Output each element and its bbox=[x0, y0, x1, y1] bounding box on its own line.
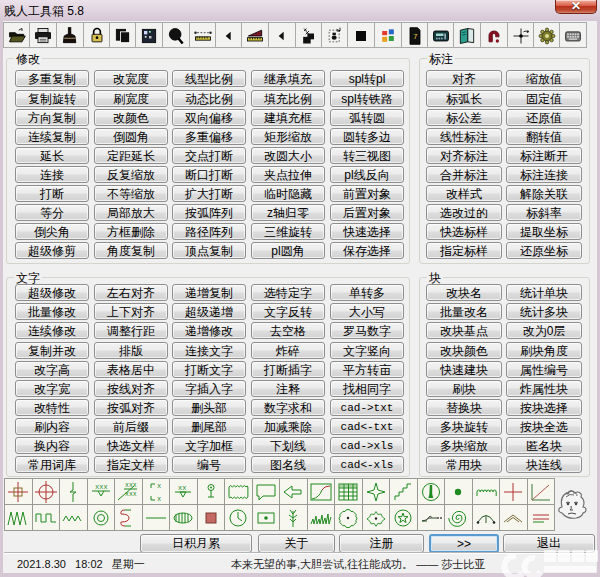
svg-text:xxx: xxx bbox=[125, 491, 137, 498]
svg-text:7: 7 bbox=[413, 32, 417, 41]
svg-text:xxx: xxx bbox=[95, 483, 108, 491]
svg-text:x: x bbox=[157, 482, 161, 490]
svg-text:xxx: xxx bbox=[125, 482, 137, 489]
svg-text:xx: xx bbox=[178, 484, 186, 492]
svg-text:x: x bbox=[157, 495, 161, 503]
